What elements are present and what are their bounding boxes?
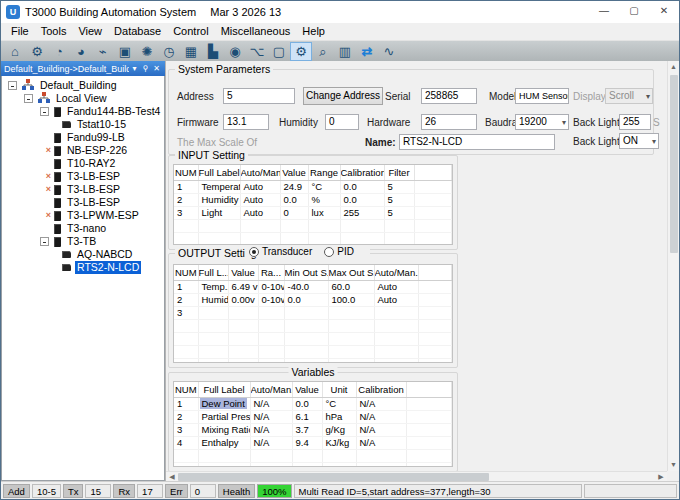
- name-input[interactable]: RTS2-N-LCD: [399, 134, 555, 150]
- scroll-right-icon[interactable]: ▶: [655, 473, 667, 481]
- collapse-icon[interactable]: [8, 81, 17, 90]
- table-row[interactable]: 2Humid... 0.00v0-10v 0.0100.0 Auto: [174, 293, 452, 306]
- horizontal-scrollbar[interactable]: ◀ ▶: [166, 471, 667, 481]
- display-select[interactable]: Scroll: [605, 88, 653, 104]
- table-row[interactable]: [174, 345, 452, 358]
- network-icon[interactable]: ⌥: [246, 42, 268, 61]
- collapse-icon[interactable]: [40, 237, 49, 246]
- table-row[interactable]: 1 Dew Point N/A0.0 °CN/A: [174, 397, 452, 410]
- address-input[interactable]: 5: [223, 88, 295, 104]
- serial-input[interactable]: 258865: [421, 88, 477, 104]
- tree-close-icon[interactable]: ✕: [151, 64, 162, 73]
- network-node-icon: [22, 79, 34, 93]
- tree-item-rts2-n-lcd[interactable]: RTS2-N-LCD: [2, 261, 164, 274]
- status-rx-label: Rx: [113, 484, 135, 498]
- firmware-input[interactable]: 13.1: [223, 114, 269, 130]
- scroll-up-icon[interactable]: ▲: [668, 61, 679, 73]
- tree-item-t3-nano[interactable]: T3-nano: [2, 222, 164, 235]
- settings-gear-icon[interactable]: ⚙: [290, 42, 312, 61]
- display-label: Display: [573, 91, 606, 102]
- tree-item-tstat10-15[interactable]: Tstat10-15: [2, 118, 164, 131]
- tree-item-t10-ray2[interactable]: T10-RAY2: [2, 157, 164, 170]
- menu-tools[interactable]: Tools: [35, 23, 73, 40]
- table-row[interactable]: 1Temp... 6.49 v0-10v -40.060.0 Auto: [174, 280, 452, 293]
- table-row[interactable]: [174, 449, 452, 462]
- minimize-button[interactable]: —: [589, 1, 619, 23]
- menu-file[interactable]: File: [5, 23, 35, 40]
- input-table[interactable]: NUMFull Label Auto/Man...Value RangeCali…: [173, 164, 453, 245]
- device-icon: [54, 198, 61, 208]
- home-icon[interactable]: ⌂: [4, 42, 26, 61]
- refresh-icon[interactable]: ⇄: [356, 42, 378, 61]
- table-row[interactable]: [174, 319, 452, 332]
- tree-item-t3-tb[interactable]: T3-TB: [2, 235, 164, 248]
- table-row[interactable]: [174, 358, 452, 363]
- table-row[interactable]: [174, 462, 452, 467]
- table-row[interactable]: 2Partial Pressure N/A6.1 hPaN/A: [174, 410, 452, 423]
- status-health-label: Health: [218, 484, 255, 498]
- change-address-button[interactable]: Change Address: [303, 87, 383, 105]
- table-row[interactable]: 3Mixing Ratio N/A3.7 g/KgN/A: [174, 423, 452, 436]
- menu-control[interactable]: Control: [167, 23, 214, 40]
- vertical-scrollbar[interactable]: ▲ ▼: [667, 61, 679, 471]
- tree-item-t3-lb-esp-1[interactable]: × T3-LB-ESP: [2, 170, 164, 183]
- bell-icon[interactable]: ◉: [224, 42, 246, 61]
- table-row[interactable]: [174, 232, 452, 245]
- menu-view[interactable]: View: [72, 23, 108, 40]
- dial-icon[interactable]: ◕: [70, 42, 92, 61]
- model-input[interactable]: HUM Sensor: [515, 88, 569, 104]
- tree-item-local-view[interactable]: Local View: [2, 92, 164, 105]
- search-icon[interactable]: ⌕: [312, 42, 334, 61]
- gear-clock-icon[interactable]: ◔: [48, 42, 70, 61]
- scrollbar-thumb[interactable]: [178, 473, 489, 481]
- tree-item-fandu144-bb-test4[interactable]: Fandu144-BB-Test4: [2, 105, 164, 118]
- monitor-icon[interactable]: ▢: [268, 42, 290, 61]
- trend-icon[interactable]: ∿: [378, 42, 400, 61]
- collapse-icon[interactable]: [24, 94, 33, 103]
- calendar-icon[interactable]: ▦: [180, 42, 202, 61]
- tree-item-nb-esp-226[interactable]: × NB-ESP-226: [2, 144, 164, 157]
- table-row[interactable]: 3Light Auto0 lux255 5: [174, 206, 452, 219]
- sync-gear-icon[interactable]: ⚙: [26, 42, 48, 61]
- table-header-row: NUMFull Label Auto/Man...Value UnitCalib…: [174, 382, 452, 397]
- tree-item-aq-nabcd[interactable]: AQ-NABCD: [2, 248, 164, 261]
- transducer-radio[interactable]: [249, 247, 259, 257]
- menu-database[interactable]: Database: [108, 23, 167, 40]
- tree-item-default-building[interactable]: Default_Building: [2, 79, 164, 92]
- close-button[interactable]: ✕: [649, 1, 679, 23]
- building-icon[interactable]: ▥: [334, 42, 356, 61]
- variables-table[interactable]: NUMFull Label Auto/Man...Value UnitCalib…: [173, 381, 453, 467]
- scrollbar-thumb[interactable]: [670, 75, 678, 253]
- tree-item-t3-lpwm-esp[interactable]: × T3-LPWM-ESP: [2, 209, 164, 222]
- backlight-input[interactable]: 255: [619, 114, 651, 130]
- plug-icon[interactable]: ⌁: [92, 42, 114, 61]
- tree-dropdown-icon[interactable]: ▾: [129, 64, 140, 73]
- table-row[interactable]: 1Temperatur Auto24.9 °C0.0 5: [174, 180, 452, 193]
- pid-radio[interactable]: [324, 247, 334, 257]
- tree-item-fandu99-lb[interactable]: Fandu99-LB: [2, 131, 164, 144]
- fan-icon[interactable]: ✺: [136, 42, 158, 61]
- table-row[interactable]: 3: [174, 306, 452, 319]
- baudrate-select[interactable]: 19200: [515, 114, 569, 130]
- scroll-down-icon[interactable]: ▼: [668, 459, 679, 471]
- table-row[interactable]: 2Humidity Auto0.0 %0.0 5: [174, 193, 452, 206]
- maximize-button[interactable]: ▢: [619, 1, 649, 23]
- chart-icon[interactable]: ▙: [202, 42, 224, 61]
- output-table[interactable]: NUMFull L... ValueRa... Min Out S...Max …: [173, 264, 453, 363]
- table-row[interactable]: [174, 219, 452, 232]
- backlight2-select[interactable]: ON: [619, 133, 659, 149]
- collapse-icon[interactable]: [40, 107, 49, 116]
- tree-item-t3-lb-esp-2[interactable]: × T3-LB-ESP: [2, 183, 164, 196]
- hardware-input[interactable]: 26: [421, 114, 477, 130]
- tree-pin-icon[interactable]: ⚲: [140, 64, 151, 73]
- menu-help[interactable]: Help: [296, 23, 331, 40]
- clock-icon[interactable]: ◷: [158, 42, 180, 61]
- table-row[interactable]: 4Enthalpy N/A9.4 KJ/kgN/A: [174, 436, 452, 449]
- scroll-left-icon[interactable]: ◀: [166, 473, 178, 481]
- clipboard-icon[interactable]: ▣: [114, 42, 136, 61]
- device-icon: [54, 211, 61, 221]
- menu-miscellaneous[interactable]: Miscellaneous: [215, 23, 297, 40]
- humidity-input[interactable]: 0: [325, 114, 359, 130]
- table-row[interactable]: [174, 332, 452, 345]
- tree-item-t3-lb-esp-3[interactable]: T3-LB-ESP: [2, 196, 164, 209]
